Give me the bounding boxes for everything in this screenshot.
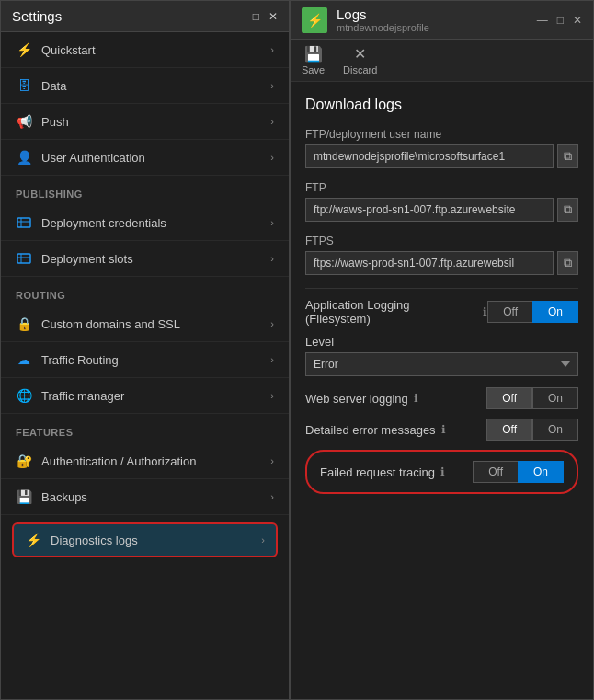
logs-title: Logs [337,6,429,22]
logs-app-icon: ⚡ [302,7,327,33]
ftp-username-input[interactable] [305,144,554,168]
sidebar-item-data[interactable]: 🗄 Data › [1,68,289,104]
sidebar-item-deployment-slots[interactable]: Deployment slots › [1,241,289,277]
settings-panel: Settings — □ ✕ ⚡ Quickstart › 🗄 Data › 📢 [0,0,290,700]
chevron-icon: › [270,217,274,228]
user-auth-icon: 👤 [16,149,32,166]
ftp-username-input-row: ⧉ [305,144,578,168]
settings-titlebar: Settings — □ ✕ [1,1,289,32]
app-logging-off-button[interactable]: Off [487,301,532,323]
sidebar-item-custom-domains[interactable]: 🔒 Custom domains and SSL › [1,306,289,342]
ftp-username-group: FTP/deployment user name ⧉ [305,128,578,168]
level-select[interactable]: Off Error Warning Information Verbose [305,352,578,376]
sidebar-item-push[interactable]: 📢 Push › [1,104,289,140]
sidebar-item-label: Diagnostics logs [51,534,138,547]
push-icon: 📢 [16,113,32,130]
failed-request-label: Failed request tracing [320,465,435,479]
ftp-username-label: FTP/deployment user name [305,128,578,141]
divider [305,288,578,289]
ftps-copy-button[interactable]: ⧉ [557,251,578,275]
save-icon: 💾 [304,45,323,63]
chevron-icon: › [270,116,274,127]
chevron-icon: › [270,354,274,365]
failed-request-row: Failed request tracing ℹ Off On [320,461,564,483]
chevron-icon: › [270,152,274,163]
web-server-on-button[interactable]: On [532,387,578,409]
ftps-label: FTPS [305,235,578,247]
logs-minimize-button[interactable]: — [537,14,548,27]
sidebar-item-label: Deployment credentials [41,216,166,230]
logs-close-button[interactable]: ✕ [573,14,582,27]
logs-toolbar: 💾 Save ✕ Discard [291,40,593,82]
sidebar-item-diagnostics-logs[interactable]: ⚡ Diagnostics logs › [12,522,278,557]
level-row: Level Off Error Warning Information Verb… [305,335,578,376]
logs-subtitle: mtndewnodejsprofile [337,22,429,33]
logs-titlebar-controls: — □ ✕ [537,14,582,27]
settings-title: Settings [12,8,62,24]
deployment-slots-icon [16,250,32,267]
sidebar-item-user-authentication[interactable]: 👤 User Authentication › [1,140,289,176]
chevron-icon: › [270,390,274,401]
features-section-header: FEATURES [1,418,289,443]
sidebar-item-label: User Authentication [41,151,145,165]
web-server-toggle: Off On [486,387,578,409]
settings-minimize-button[interactable]: — [233,10,244,23]
auth-icon: 🔐 [16,453,32,469]
data-icon: 🗄 [16,77,32,94]
web-server-off-button[interactable]: Off [486,387,532,409]
chevron-icon: › [270,318,274,329]
sidebar-item-backups[interactable]: 💾 Backups › [1,479,289,515]
ftp-username-copy-button[interactable]: ⧉ [557,144,578,168]
settings-maximize-button[interactable]: □ [253,10,259,23]
detailed-error-off-button[interactable]: Off [486,419,532,441]
sidebar-item-auth-authorization[interactable]: 🔐 Authentication / Authorization › [1,443,289,479]
app-logging-row: Application Logging (Filesystem) ℹ Off O… [305,298,578,326]
ftps-input-row: ⧉ [305,251,578,275]
sidebar-item-label: Push [41,115,69,129]
custom-domains-icon: 🔒 [16,316,32,332]
svg-rect-3 [17,254,30,263]
web-server-label: Web server logging [305,392,408,406]
ftp-label: FTP [305,181,578,194]
chevron-icon: › [270,80,274,91]
sidebar-item-quickstart[interactable]: ⚡ Quickstart › [1,32,289,68]
detailed-error-toggle: Off On [486,419,578,441]
failed-request-on-button[interactable]: On [518,461,564,483]
sidebar-item-label: Deployment slots [41,252,133,266]
diagnostics-icon: ⚡ [25,532,41,548]
deployment-creds-icon [16,214,32,231]
quickstart-icon: ⚡ [16,41,32,58]
failed-request-info-icon: ℹ [440,465,445,478]
save-button[interactable]: 💾 Save [302,45,325,75]
ftp-input[interactable] [305,198,554,222]
ftps-input[interactable] [305,251,554,275]
ftp-input-row: ⧉ [305,198,578,222]
sidebar-item-label: Backups [41,490,87,504]
sidebar-item-deployment-credentials[interactable]: Deployment credentials › [1,205,289,241]
sidebar-item-label: Traffic Routing [41,353,119,367]
chevron-icon: › [270,44,274,55]
discard-button[interactable]: ✕ Discard [343,45,377,75]
discard-icon: ✕ [354,45,366,63]
ftp-copy-button[interactable]: ⧉ [557,198,578,222]
chevron-icon: › [270,455,274,466]
discard-label: Discard [343,64,377,75]
failed-request-off-button[interactable]: Off [473,461,518,483]
app-logging-on-button[interactable]: On [532,301,578,323]
web-server-info-icon: ℹ [414,392,418,405]
app-logging-toggle: Off On [487,301,578,323]
publishing-section-header: PUBLISHING [1,179,289,205]
failed-request-toggle: Off On [473,461,564,483]
chevron-icon: › [270,253,274,264]
detailed-error-row: Detailed error messages ℹ Off On [305,419,578,441]
backups-icon: 💾 [16,488,32,505]
sidebar-item-traffic-manager[interactable]: 🌐 Traffic manager › [1,378,289,414]
settings-close-button[interactable]: ✕ [268,10,278,23]
sidebar-item-traffic-routing[interactable]: ☁ Traffic Routing › [1,342,289,378]
detailed-error-on-button[interactable]: On [532,419,578,441]
settings-content: ⚡ Quickstart › 🗄 Data › 📢 Push › 👤 User … [1,32,289,699]
sidebar-item-label: Traffic manager [41,389,124,403]
logs-maximize-button[interactable]: □ [557,14,564,27]
detailed-error-label: Detailed error messages [305,423,436,437]
download-logs-title: Download logs [305,97,578,113]
